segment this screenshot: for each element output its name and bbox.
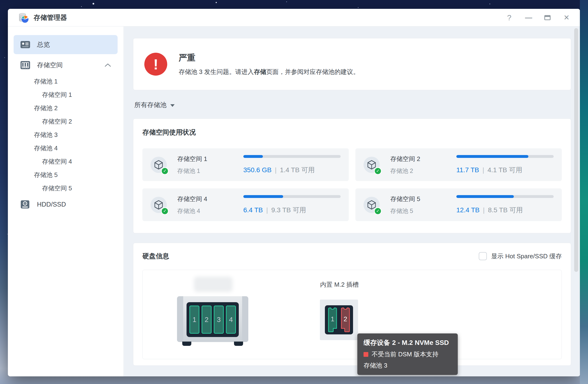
usage-progress-bar — [456, 195, 554, 198]
sidebar-item-pool-5[interactable]: 存储池 5 — [8, 168, 123, 182]
available-amount: 4.1 TB 可用 — [488, 166, 522, 175]
used-amount: 11.7 TB — [456, 166, 479, 174]
m2-cache-device-2-error[interactable]: 2 — [341, 307, 350, 332]
show-cache-toggle[interactable]: 显示 Hot Spare/SSD 缓存 — [479, 252, 562, 260]
desktop-wallpaper: 存储管理器 ? — ✕ — [0, 0, 588, 384]
device-panel: 1 2 3 4 内置 M.2 插槽 — [142, 270, 562, 359]
chevron-up-icon[interactable] — [105, 63, 111, 67]
volume-pool: 存储池 5 — [390, 207, 420, 215]
available-amount: 1.4 TB 可用 — [280, 166, 315, 175]
healthy-status-icon: ✓ — [374, 207, 382, 215]
hdd-icon — [20, 200, 30, 209]
drive-bay-4[interactable]: 4 — [226, 305, 236, 334]
volume-tiles: ✓ 存储空间 1 存储池 1 350.6 GB | 1.4 TB 可用 — [142, 148, 562, 221]
tooltip-status-text: 不受当前 DSM 版本支持 — [372, 350, 439, 359]
maximize-icon — [544, 15, 550, 20]
used-amount: 350.6 GB — [243, 166, 272, 174]
nas-enclosure: 1 2 3 4 — [177, 296, 248, 347]
m2-device-tooltip: 缓存设备 2 - M.2 NVMe SSD 不受当前 DSM 版本支持 存储池 … — [357, 333, 458, 375]
device-model-label-blurred — [194, 277, 232, 292]
volume-usage-title: 存储空间使用状况 — [142, 128, 562, 137]
storage-manager-app-icon — [18, 12, 29, 23]
healthy-status-icon: ✓ — [161, 167, 169, 175]
volume-tile-4[interactable]: ✓ 存储空间 4 存储池 4 6.4 TB | 9.3 TB 可用 — [142, 189, 349, 221]
alert-message-storage-link[interactable]: 存储 — [254, 68, 266, 75]
volume-tile-2[interactable]: ✓ 存储空间 2 存储池 2 11.7 TB | 4.1 TB 可用 — [356, 148, 562, 181]
maximize-button[interactable] — [544, 15, 551, 20]
vertical-scrollbar-thumb[interactable] — [574, 28, 578, 272]
sidebar-item-pool-4[interactable]: 存储池 4 — [8, 141, 123, 155]
storage-manager-window: 存储管理器 ? — ✕ — [8, 9, 580, 376]
volume-name: 存储空间 5 — [390, 195, 420, 203]
healthy-status-icon: ✓ — [374, 167, 382, 175]
show-cache-checkbox[interactable] — [479, 252, 487, 260]
volume-pool: 存储池 1 — [177, 167, 207, 175]
main-content: ! 严重 存储池 3 发生问题。请进入存储页面，并参阅对应存储池的建议。 所有存… — [124, 26, 580, 376]
sidebar-item-label: HDD/SSD — [37, 201, 66, 208]
critical-alert-icon: ! — [144, 53, 167, 76]
storage-volume-icon — [20, 61, 30, 69]
m2-slot-board: 1 2 — [325, 305, 353, 334]
volume-name: 存储空间 1 — [177, 155, 207, 163]
sidebar: 总览 存储空间 存储池 1 存储空间 1 — [8, 26, 124, 376]
drive-bay-1[interactable]: 1 — [189, 305, 199, 334]
sidebar-item-pool-2[interactable]: 存储池 2 — [8, 101, 123, 115]
disk-info-title: 硬盘信息 — [142, 252, 169, 261]
tooltip-pool: 存储池 3 — [363, 361, 452, 370]
sidebar-item-pool-3[interactable]: 存储池 3 — [8, 128, 123, 141]
nas-drive-bays: 1 2 3 4 — [187, 302, 239, 337]
usage-progress-bar — [456, 155, 554, 158]
healthy-status-icon: ✓ — [161, 207, 169, 215]
nas-foot — [234, 341, 243, 346]
sidebar-item-label: 总览 — [37, 40, 50, 49]
drive-bay-3[interactable]: 3 — [214, 305, 224, 334]
alert-severity: 严重 — [179, 52, 359, 64]
show-cache-label: 显示 Hot Spare/SSD 缓存 — [491, 252, 562, 260]
volume-name: 存储空间 2 — [390, 155, 420, 163]
nas-foot — [182, 341, 191, 346]
sidebar-item-pool-1[interactable]: 存储池 1 — [8, 75, 123, 88]
tooltip-title: 缓存设备 2 - M.2 NVMe SSD — [363, 338, 452, 347]
window-title: 存储管理器 — [34, 13, 67, 22]
sidebar-item-hdd-ssd[interactable]: HDD/SSD — [14, 195, 118, 214]
alert-text: 严重 存储池 3 发生问题。请进入存储页面，并参阅对应存储池的建议。 — [179, 52, 359, 76]
sidebar-item-volume-5[interactable]: 存储空间 5 — [8, 182, 123, 195]
critical-alert-banner: ! 严重 存储池 3 发生问题。请进入存储页面，并参阅对应存储池的建议。 — [133, 38, 571, 90]
volume-pool: 存储池 4 — [177, 207, 207, 215]
volume-tile-5[interactable]: ✓ 存储空间 5 存储池 5 12.4 TB | 8.5 TB 可用 — [356, 189, 562, 221]
volume-usage-card: 存储空间使用状况 ✓ 存储空间 1 存储池 1 — [133, 119, 571, 233]
volume-cube-icon: ✓ — [150, 157, 167, 173]
sidebar-item-overview[interactable]: 总览 — [14, 35, 118, 54]
available-amount: 8.5 TB 可用 — [488, 206, 523, 215]
usage-progress-bar — [243, 195, 341, 198]
usage-progress-bar — [243, 155, 341, 158]
volume-cube-icon: ✓ — [150, 197, 167, 213]
help-button[interactable]: ? — [506, 14, 513, 21]
m2-slot-panel: 1 2 — [320, 299, 358, 340]
overview-icon — [20, 40, 30, 49]
alert-message: 存储池 3 发生问题。请进入存储页面，并参阅对应存储池的建议。 — [179, 68, 359, 76]
chevron-down-icon — [170, 104, 175, 107]
sidebar-item-volume-1[interactable]: 存储空间 1 — [8, 88, 123, 101]
used-amount: 12.4 TB — [456, 206, 480, 214]
used-amount: 6.4 TB — [243, 206, 263, 214]
volume-name: 存储空间 4 — [177, 195, 207, 203]
sidebar-item-volume-2[interactable]: 存储空间 2 — [8, 115, 123, 128]
error-status-icon — [363, 352, 368, 357]
volume-tile-1[interactable]: ✓ 存储空间 1 存储池 1 350.6 GB | 1.4 TB 可用 — [142, 148, 349, 181]
disk-info-card: 硬盘信息 显示 Hot Spare/SSD 缓存 1 2 3 — [133, 243, 571, 366]
m2-section-title: 内置 M.2 插槽 — [295, 280, 384, 289]
available-amount: 9.3 TB 可用 — [271, 206, 306, 215]
sidebar-item-storage[interactable]: 存储空间 — [14, 56, 118, 75]
sidebar-item-volume-4[interactable]: 存储空间 4 — [8, 155, 123, 168]
volume-cube-icon: ✓ — [363, 157, 380, 173]
volume-pool: 存储池 2 — [390, 167, 420, 175]
volume-cube-icon: ✓ — [363, 197, 380, 213]
close-button[interactable]: ✕ — [563, 14, 570, 21]
titlebar: 存储管理器 ? — ✕ — [8, 9, 580, 26]
pool-filter-dropdown[interactable]: 所有存储池 — [134, 99, 175, 111]
window-controls: ? — ✕ — [506, 14, 570, 21]
minimize-button[interactable]: — — [525, 14, 532, 21]
drive-bay-2[interactable]: 2 — [202, 305, 211, 334]
m2-cache-device-1[interactable]: 1 — [328, 307, 337, 332]
